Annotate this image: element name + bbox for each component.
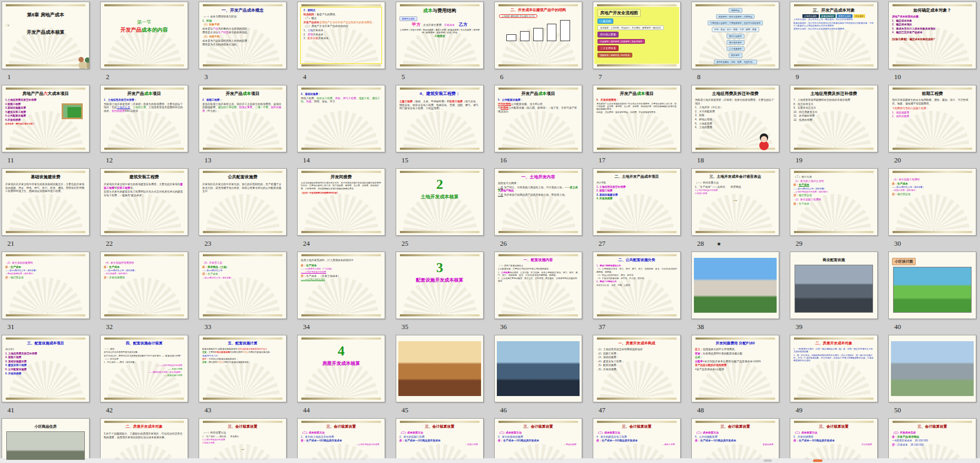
slide-thumbnail[interactable]: 五、配套设施计算配套设施预提率=某配套设施预算成本/应负担配套设施预算成本的合计… [199, 335, 287, 402]
slide-text-line: （1）土地征用及拆迁补偿费或批租地价 [596, 348, 677, 351]
slide-text-line: 企业为直接组织和管理开发项目所发生的、且不能将其归属于特定成本对象的成本费用性支… [301, 181, 381, 190]
slide-thumbnail[interactable]: 房地产开发全流程图一条主线投资测算〉土地获取〉规划设计〉开发建设〉销售管理〉物业… [593, 2, 681, 69]
slide-cell: 第6章 房地产成本☞开发产品成本核算1 [2, 2, 90, 85]
slide-text-line: 财务管理 [729, 53, 742, 57]
slide-text-line: 2、同一开发地点，结构类型相同的群体开发项目，开发工期相近、同一施工队伍施工的，… [793, 354, 874, 362]
slide-thumbnail[interactable] [494, 335, 582, 402]
slide-text-line: 开发产品成本的内容 [104, 26, 184, 33]
slide-thumbnail[interactable]: 土地征用费及拆迁补偿费为取得土地开发使用权（开发权）而发生的各项费用。主要包括以… [691, 85, 779, 152]
slide-text-line: （二）会计分录 [793, 175, 874, 179]
section-number: 2 [397, 177, 482, 192]
slide-text-line: 贷：开发成本 26 130 000 [892, 443, 973, 447]
slide-thumbnail[interactable]: 开发产品成本项目6、开发间接费用：是指房地产企业在现场组织房地产开发所发生的各项… [593, 85, 681, 152]
slide-cell: 2土地开发成本核算25 [396, 168, 484, 252]
slide-thumbnail[interactable]: 自用土地开发完成时，计入房屋成本的项目中借：生产成本——xxx房屋开发成本（产品… [297, 252, 385, 319]
slide-text-line: ——xxx房屋开发成本（产品名称） [301, 267, 381, 270]
slide-thumbnail[interactable]: 三、会计核算设置（二）成本核算方法5、开发间接费用借：生产成本—101商品房开发… [790, 418, 878, 460]
slide-text-line: 1.土地征用及拆迁补偿费 [202, 438, 283, 441]
slide-thumbnail[interactable]: 开发间接费用 分配P160定义：指现场发生的甲方管理费用。用途：向各商品房和出售… [691, 335, 779, 402]
slide-number: 39 [790, 319, 878, 331]
slide-thumbnail[interactable]: 成本与费用结构房屋开发成本甲方 企业开发生要费 开发成本 乙方土地费用｜前期工程… [396, 2, 484, 69]
slide-thumbnail[interactable]: 开发产品成本项目2、前期工程费：是指在取得土地开发权之后、项目开工之前发生的各项… [199, 85, 287, 152]
slide-thumbnail[interactable]: 三、会计核算设置（二）成本核算方法4、发生的建筑安装工程费借：生产成本—101商… [593, 418, 681, 460]
slide-thumbnail[interactable]: （3）发生基础设施费时借：生产成本——某xxx商品性土地（成本对象）—基础设施建… [2, 252, 90, 319]
slide-thumbnail[interactable]: 第一节开发产品成本的内容 [100, 2, 188, 69]
slide-thumbnail[interactable]: 二、开发成本在建筑产品中的结构土地成本 建安成本 开发成本 20.9% [494, 2, 582, 69]
slide-thumbnail[interactable]: 一、房屋开发成本构成（1）土地征用及拆迁补偿费或批租地价（2）前期工程费；（3）… [593, 335, 681, 402]
slide-thumbnail[interactable]: 前期工程费项目开发前期发生的水文地质勘察、测绘、规划、设计、可行性研究、筹建、场… [888, 85, 976, 152]
slide-thumbnail[interactable]: 4、建筑安装工程费：土建工程费（基础、主体、甲供材料费）和安装工程费（电气安装、… [396, 85, 484, 152]
slide-thumbnail[interactable]: 三、会计核算设置（二）成本核算方法2、发生的前期工程费借：生产成本—101商品房… [396, 418, 484, 460]
slide-text-line: 2、房屋开发成本； [303, 33, 379, 36]
mini-bar-chart [506, 20, 570, 41]
slide-text-line: （三）开发成本完成 [892, 431, 973, 435]
slide-thumbnail[interactable]: 三、会计核算设置（三）开发成本完成借：开发产品/库存商品—A房屋开发成本 26 … [888, 418, 976, 460]
slide-thumbnail[interactable]: 开发产品成本项目1、土地征用及拆迁补偿费：为取得土地开发使用权（开发权）而发生的… [100, 85, 188, 152]
slide-text-line: 借：生产成本—101商品房开发成本 [596, 439, 677, 442]
slide-text-line: （二）成本核算方法 [399, 431, 480, 435]
slide-cell: 三、会计核算设置（二）成本核算方法4、发生的建筑安装工程费借：生产成本—101商… [593, 418, 681, 460]
slide-thumbnail[interactable] [396, 335, 484, 402]
slide-thumbnail[interactable]: 二、房屋开发成本对象3.对于个别规模较大、工期较长的房屋开发项目，可以结合经济责… [100, 418, 188, 460]
slide-thumbnail[interactable]: 基础设施建设费开发项目在开发过程中所发生的各项基础设施支出，主要包括开发项目内道… [2, 168, 90, 236]
slide-text-line: 土地开发成本:配套设施成本房屋开发成本开发成本 [793, 15, 874, 17]
slide-thumbnail[interactable]: 建筑安装工程费开发项目开发过程中发生的各项建筑安装费用，主要包括开发项目建筑工程… [100, 168, 188, 236]
slide-thumbnail[interactable]: （5）开发完工后借：库存商品（土地）——某xxx商品性土地贷：生产成本—某xxx… [199, 252, 287, 319]
slide-thumbnail[interactable]: （4）发生现场管理费用时借：生产成本——某xxx商品性土地（成本对象）—开发间接… [100, 252, 188, 319]
slide-thumbnail[interactable]: 开发间接费企业为直接组织和管理开发项目所发生的、且不能将其归属于特定成本对象的成… [297, 168, 385, 236]
slide-thumbnail[interactable]: 商业配套设施 [790, 252, 878, 319]
slide-thumbnail[interactable]: 一、开发产品成本概念（一）成本与费用联系与区别1、区别（1）对象不同成本是以产品… [199, 2, 287, 69]
slide-text-line: 贷：银行存款等 [793, 194, 874, 197]
slide-thumbnail[interactable]: 开发产品成本项目5、公共配套设施费：不可经营性公共配套设施、业主和小区可经营性公… [494, 85, 582, 152]
slide-thumbnail[interactable]: 二、公共配套设施分类1、建成后能够有偿转让的（1）公用管线(自来水、电力、电信、… [593, 252, 681, 319]
slide-thumbnail[interactable]: 三、会计核算设置（二）成本核算方法3、发生的基础设施费借：生产成本—101商品房… [494, 418, 582, 460]
slide-thumbnail[interactable]: 小区设计图 [888, 252, 976, 319]
slide-text-line: 开发项目在开发过程中所发生的各项基础设施支出，主要包括开发项目内道路、供水、供电… [5, 182, 86, 193]
slide-thumbnail[interactable]: 三、土地开发成本会计语言表达（一）科目设置方法1、“生产成本” ——总科目 库存… [691, 168, 779, 236]
slide-thumbnail[interactable] [888, 335, 976, 402]
slide-text-line: 2、公共设施主要包括教育、医疗卫生、文化体育、商业服务、行政管理和社区服务和绿地 [498, 277, 579, 283]
slide-title: 基础设施建设费 [4, 174, 87, 180]
slide-title: 三、会计核算设置 [694, 424, 777, 429]
slide-thumbnail[interactable]: 四、配套设施会计核算（一）原则对可转让的当作房屋单独为成本对象。对不可转让的，费… [100, 335, 188, 402]
slide-text-line: 土地开发成本：指公司开发土地（建设场地）所发生的各项费用。 [793, 18, 874, 21]
slide-title: 三、会计核算设置 [792, 424, 875, 429]
slide-thumbnail[interactable]: 三、配套设施成本项目共计6个1. 土地征用费及拆迁补偿费2. 前期工程费3. 基… [2, 335, 90, 402]
slide-title: 小区商品住房 [4, 424, 87, 429]
slide-text-line: —土地征用及拆迁补偿费 [301, 443, 379, 446]
slide-text-line: ——xxx自用土地开发成本 [301, 278, 381, 281]
slide-text-line: 分母：商品房和可转让的商品性配套设施预算成本。 [202, 361, 283, 363]
slide-thumbnail[interactable]: 小区商品住房 [2, 418, 90, 460]
slide-thumbnail[interactable]: 3、基础设施费：供电工程费、给排水工程费、供热、供气工程费、道路工程、通讯工程、… [297, 85, 385, 152]
slide-thumbnail[interactable]: 二、土地开发产品成本项目共计4项1. 土地征用及拆迁补偿费2. 前期工程费3. … [593, 168, 681, 236]
slide-thumbnail[interactable]: 一、配套设施内容（一）房地产配套设施定义公共配套设施：主要指住宅区内的市政公用设… [494, 252, 582, 319]
slide-title: 前期工程费 [891, 91, 974, 97]
slide-thumbnail[interactable]: 战略规划经营管理｜资本运营管理｜品牌规划年度经营计划管理｜年度预算管理｜业务单元… [691, 2, 779, 69]
slide-thumbnail[interactable]: 房地产产品六大成本项目1.土地征用费及拆迁补偿费2.前期工程费3.基础设施建设费… [2, 85, 90, 152]
section-number: 3 [397, 260, 482, 276]
slide-cell: 一、配套设施内容（一）房地产配套设施定义公共配套设施：主要指住宅区内的市政公用设… [494, 252, 582, 335]
slide-thumbnail[interactable]: 2土地开发成本核算 [396, 168, 484, 236]
slide-text-line: 定义：指现场发生的甲方管理费用。 [695, 348, 776, 351]
slide-thumbnail[interactable] [691, 252, 779, 319]
slide-thumbnail[interactable]: 二、房屋开发成本对象1、一般房屋开发项目，以每一独立编制设计概（预）算、或每一独… [790, 335, 878, 402]
slide-title: 三、会计核算设置 [300, 424, 383, 429]
slide-thumbnail[interactable]: 3配套设施开发成本核算 [396, 252, 484, 319]
slide-thumbnail[interactable]: 第6章 房地产成本☞开发产品成本核算 [2, 2, 90, 69]
slide-sorter-grid[interactable]: 第6章 房地产成本☞开发产品成本核算1第一节开发产品成本的内容2一、开发产品成本… [0, 0, 980, 460]
slide-thumbnail[interactable]: （二）会计分录（1）发生的土地出让金时借：生产成本——某xxx商品性土地（成本对… [790, 168, 878, 236]
slide-thumbnail[interactable]: 三、会计核算设置（二）成本核算方法5、公共设施配套费借：生产成本—101商品房开… [691, 418, 779, 460]
slide-thumbnail[interactable]: 4房屋开发成本核算 [297, 335, 385, 402]
slide-number: 49 [790, 402, 878, 414]
slide-cell: 三、会计核算设置（二）成本核算方法2、发生的前期工程费借：生产成本—101商品房… [396, 418, 484, 460]
slide-thumbnail[interactable]: 土地征用费及拆迁补偿费7、土地变更用途和超面积补交的地价及相关税费8、拆迁补偿支… [790, 85, 878, 152]
slide-thumbnail[interactable]: 公共配套设施费开发项目在开发过程中所发生的、独立的非营利性的，且产权属于全体业主… [199, 168, 287, 236]
slide-thumbnail[interactable]: 如何确定成本对象？房地产成本核算的步骤:1、确定成本对象2、确定成本项目3、将成… [888, 2, 976, 69]
slide-text-line: 借：生产成本—101商品房开发成本 [793, 439, 874, 442]
slide-thumbnail[interactable]: 一、土地开发内容按用途可分两类：一是 为了转让、出租而购入商品性土地，可出售的土… [494, 168, 582, 236]
slide-thumbnail[interactable]: 三、开发产品成本对象土地开发成本:配套设施成本房屋开发成本开发成本土地开发成本：… [790, 2, 878, 69]
slide-thumbnail[interactable]: 三、会计核算设置（二）成本核算方法1、发生的土地拆迁及补偿费借：生产成本—101… [297, 418, 385, 460]
slide-thumbnail[interactable]: 2、相同点性质相同：都是产生的费用。（二）概念开发产品成本是房地产企业在开发产品… [297, 2, 385, 69]
slide-thumbnail[interactable]: 三、会计核算设置（一）科目设置方法1、“生产成本”——商品房 库存商品1.土地征… [199, 418, 287, 460]
slide-thumbnail[interactable]: （2）发生前期工程费时借：生产成本——某xxx商品性土地（成本对象）—前期工程费… [888, 168, 976, 236]
